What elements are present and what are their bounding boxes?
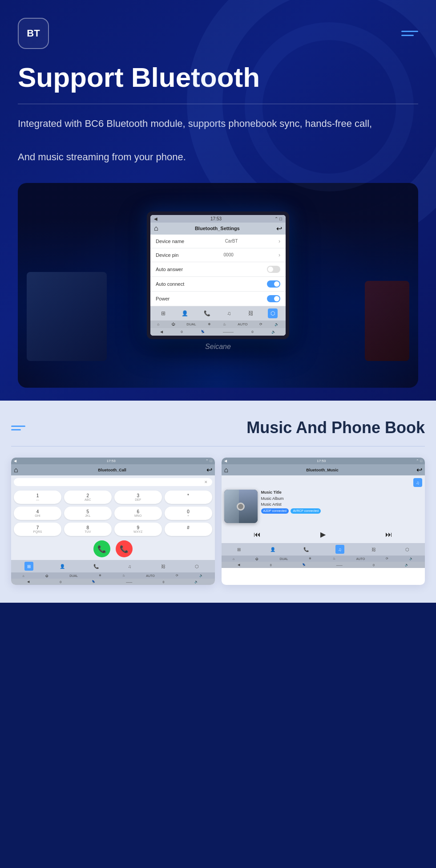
music-back-btn[interactable]: ↩ (416, 466, 422, 474)
prev-button[interactable]: ⏮ (254, 531, 261, 539)
contacts-icon[interactable]: 👤 (180, 308, 190, 318)
car-auto-btn[interactable]: AUTO (238, 322, 247, 326)
call-bt-icon[interactable]: ⬡ (193, 562, 202, 571)
power-row[interactable]: Power (150, 292, 286, 306)
car-screen-outer: ◀ 17:53 ⌃ □ ⌂ Bluetooth_Settings ↩ (147, 211, 289, 339)
m1-fan[interactable]: ❄ (309, 557, 311, 560)
c2-seat[interactable]: 💺 (92, 580, 96, 584)
c2-back[interactable]: ◀ (27, 580, 29, 584)
music-back-arrow: ◀ (224, 459, 227, 463)
music-icon[interactable]: ♫ (224, 308, 234, 318)
screen-navbar: ⌂ Bluetooth_Settings ↩ (150, 223, 286, 235)
m2-seat[interactable]: 💺 (302, 563, 306, 567)
car-ac-btn[interactable]: ♨ (223, 322, 226, 326)
m2-temp-l: 0 (270, 564, 272, 567)
call-apps-icon[interactable]: ⊞ (24, 562, 33, 571)
bottom-section-title: Music And Phone Book (246, 418, 425, 437)
key-3[interactable]: 3DEF (114, 491, 162, 504)
car-vol-ctrl[interactable]: 🔈 (271, 330, 276, 334)
car-seat-btn[interactable]: 💺 (201, 330, 205, 334)
device-pin-row[interactable]: Device pin 0000 › (150, 248, 286, 262)
key-2[interactable]: 2ABC (64, 491, 112, 504)
music-note-icon[interactable]: ♫ (335, 545, 344, 554)
m1-power[interactable]: ⏻ (255, 557, 258, 560)
call-back-arrow: ◀ (14, 459, 16, 463)
device-name-row[interactable]: Device name CarBT › (150, 235, 286, 248)
key-0[interactable]: 0+ (165, 507, 212, 520)
screen-statusbar: ◀ 17:53 ⌃ □ (150, 215, 286, 223)
phone-icon[interactable]: 📞 (202, 308, 212, 318)
c1-recirc[interactable]: ⟳ (176, 574, 178, 577)
c2-temp-l: 0 (60, 580, 61, 584)
car-home-btn[interactable]: ⌂ (157, 322, 159, 326)
auto-answer-toggle[interactable] (267, 266, 280, 273)
auto-connect-row[interactable]: Auto connect (150, 277, 286, 292)
next-button[interactable]: ⏭ (385, 531, 392, 539)
car-recirc-btn[interactable]: ⟳ (259, 322, 262, 326)
c1-ac[interactable]: ♨ (122, 574, 125, 577)
music-link-icon[interactable]: ⛓ (369, 545, 378, 554)
car-fan-btn[interactable]: ❄ (208, 322, 211, 326)
music-contacts-icon[interactable]: 👤 (268, 545, 277, 554)
play-button[interactable]: ▶ (320, 530, 326, 539)
m1-vol[interactable]: 🔉 (409, 557, 413, 560)
music-title: Music Title (261, 490, 322, 496)
link-icon[interactable]: ⛓ (246, 308, 256, 318)
key-9[interactable]: 9WXYZ (114, 523, 162, 536)
power-toggle[interactable] (267, 295, 280, 302)
call-button-red[interactable]: 📞 (116, 540, 133, 557)
car-screen-inner: ◀ 17:53 ⌃ □ ⌂ Bluetooth_Settings ↩ (150, 215, 286, 336)
hamburger-menu[interactable] (401, 31, 418, 36)
auto-answer-row[interactable]: Auto answer (150, 262, 286, 277)
call-search-clear[interactable]: ✕ (204, 480, 208, 484)
call-phone-icon[interactable]: 📞 (92, 562, 101, 571)
call-button-green[interactable]: 📞 (93, 540, 110, 557)
music-carbar-2: ◀ 0 💺 —— 0 🔈 (222, 562, 425, 568)
music-apps-icon[interactable]: ⊞ (234, 545, 243, 554)
c2-vol2[interactable]: 🔈 (194, 580, 198, 584)
call-home-icon[interactable]: ⌂ (14, 466, 18, 474)
bt-settings-icon[interactable]: ⬡ (268, 308, 278, 318)
car-dual-btn[interactable]: DUAL (186, 322, 196, 326)
call-back-btn[interactable]: ↩ (206, 466, 212, 474)
key-5[interactable]: 5JKL (64, 507, 112, 520)
key-hash[interactable]: # (165, 523, 212, 536)
call-searchbar[interactable]: ✕ (14, 478, 212, 486)
call-link-icon[interactable]: ⛓ (159, 562, 168, 571)
key-1-sub: — (16, 498, 60, 501)
auto-connect-toggle[interactable] (267, 280, 280, 288)
device-pin-chevron: › (279, 252, 280, 258)
c1-home[interactable]: ⌂ (23, 574, 24, 577)
key-4[interactable]: 4GHI (14, 507, 61, 520)
c1-power[interactable]: ⏻ (45, 574, 48, 577)
bottom-hamburger[interactable] (11, 426, 25, 430)
screen-back-btn[interactable]: ↩ (276, 224, 282, 233)
call-contacts-icon[interactable]: 👤 (58, 562, 67, 571)
key-7[interactable]: 7PQRS (14, 523, 61, 536)
car-power-btn[interactable]: ⏻ (171, 322, 175, 326)
key-1[interactable]: 1— (14, 491, 61, 504)
car-left-panel (27, 272, 107, 361)
apps-icon[interactable]: ⊞ (158, 308, 168, 318)
m1-home[interactable]: ⌂ (233, 557, 234, 560)
c1-vol[interactable]: 🔉 (199, 574, 203, 577)
music-home-icon[interactable]: ⌂ (224, 466, 229, 474)
key-8[interactable]: 8TUV (64, 523, 112, 536)
m2-vol2[interactable]: 🔈 (405, 563, 409, 567)
music-note-btn[interactable]: ♫ (413, 478, 422, 487)
car-vol-btn[interactable]: 🔊 (275, 322, 279, 326)
m2-back[interactable]: ◀ (238, 563, 240, 567)
key-star[interactable]: * (165, 491, 212, 504)
music-bt-icon[interactable]: ⬡ (403, 545, 412, 554)
key-6[interactable]: 6MNO (114, 507, 162, 520)
call-music-icon[interactable]: ♫ (125, 562, 134, 571)
music-statusbar: ◀ 17:53 ⌃ □ (222, 458, 425, 464)
c1-fan[interactable]: ❄ (99, 574, 101, 577)
car-back-btn[interactable]: ◀ (160, 330, 163, 334)
m1-recirc[interactable]: ⟳ (386, 557, 388, 560)
screen-home-icon[interactable]: ⌂ (154, 224, 158, 232)
m1-ac[interactable]: ♨ (333, 557, 335, 560)
c1-auto: AUTO (146, 574, 154, 577)
music-phone-icon[interactable]: 📞 (302, 545, 311, 554)
c1-dual: DUAL (69, 574, 78, 577)
